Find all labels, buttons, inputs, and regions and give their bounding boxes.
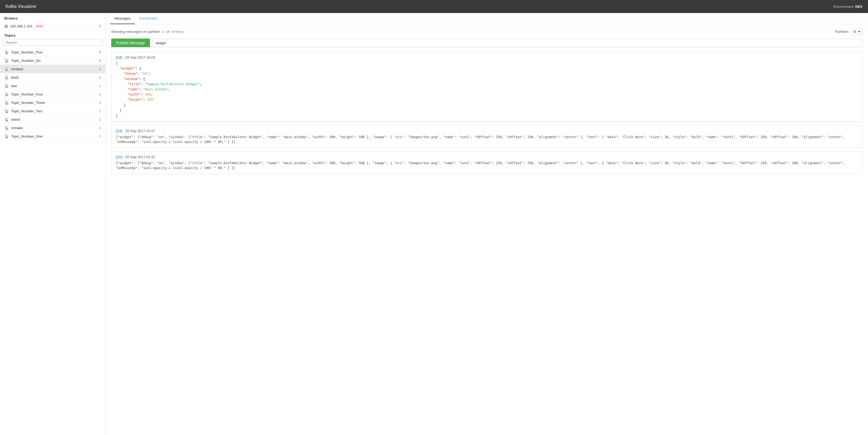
broker-row[interactable]: ⊞ 192.168.1.101 : 9092 0 [0, 22, 105, 31]
topic-count: 1 [99, 84, 101, 88]
topic-row[interactable]: 📡 Topic_Number_Five 8 [0, 48, 105, 56]
message-id: [14] [116, 55, 122, 59]
message-date: - 29 Sep 2017 16:03 [123, 55, 155, 59]
topic-icon: 📡 [4, 67, 9, 71]
topic-count: 1 [99, 109, 101, 113]
topic-count: 1 [99, 117, 101, 122]
topic-count: 1 [99, 67, 101, 71]
message-header: [13] - 25 Sep 2017 02:47 [116, 128, 858, 133]
brokers-section-title: Brokers [0, 13, 105, 22]
topic-row[interactable]: 📡 test2 1 [0, 73, 105, 82]
env-label: Environment: DEV [834, 5, 863, 9]
topic-name: test [11, 84, 99, 88]
topic-row[interactable]: 📡 test 1 [0, 82, 105, 90]
topic-row[interactable]: 📡 Topic_Number_Three 4 [0, 98, 105, 107]
topic-name: Topic_Number_Three [11, 101, 99, 105]
topic-name: Topic_Number_Five [11, 50, 99, 54]
message-body: { "widget": { "debug": "on", "window": {… [116, 61, 858, 118]
content-body: Showing messages on partition 1 of reret… [106, 24, 868, 435]
message-id: [13] [116, 129, 122, 133]
topic-icon: 📡 [4, 117, 9, 122]
broker-port: 9092 [35, 24, 43, 28]
topics-section-title: Topics [0, 31, 105, 39]
topic-icon: 📡 [4, 50, 9, 54]
topic-row[interactable]: 📡 retest 1 [0, 115, 105, 124]
topic-icon: 📡 [4, 126, 9, 130]
partition-text: Showing messages on partition 1 of reret… [111, 30, 183, 34]
topic-name: remake [11, 126, 99, 130]
topics-list: 📡 Topic_Number_Five 8 📡 Topic_Number_Six… [0, 48, 105, 141]
partition-header: Showing messages on partition 1 of reret… [111, 28, 863, 35]
message-id: [12] [116, 155, 122, 159]
topic-name: retest [11, 117, 99, 122]
topic-name: Topic_Number_One [11, 134, 99, 138]
topic-name: Topic_Number_Four [11, 92, 99, 96]
message-date: - 25 Sep 2017 02:47 [123, 129, 155, 133]
message-item: [12] - 25 Sep 2017 02:42 {"widget": {"de… [111, 151, 863, 174]
message-header: [12] - 25 Sep 2017 02:42 [116, 155, 858, 159]
topic-name: test2 [11, 76, 99, 80]
env-value: DEV [855, 5, 863, 9]
topic-count: 1 [99, 134, 101, 138]
message-date: - 25 Sep 2017 02:42 [123, 155, 155, 159]
topic-count: 2 [99, 92, 101, 96]
message-preview: {"widget": {"debug": "on", "window": {"t… [116, 161, 858, 170]
broker-port-colon: : [33, 24, 35, 28]
topic-icon: 📡 [4, 84, 9, 88]
topic-count: 8 [99, 59, 101, 63]
main-layout: Brokers ⊞ 192.168.1.101 : 9092 0 Topics … [0, 13, 868, 435]
topic-name: Topic_Number_Two [11, 109, 99, 113]
app-header: Kafka Visualizer Environment: DEV [0, 0, 868, 13]
partition-selector: Partition: 0 [835, 28, 863, 35]
topic-row[interactable]: 📡 Topic_Number_One 1 [0, 132, 105, 141]
topic-icon: 📡 [4, 75, 9, 80]
broker-count: 0 [99, 24, 101, 28]
sidebar: Brokers ⊞ 192.168.1.101 : 9092 0 Topics … [0, 13, 106, 435]
broker-address: 192.168.1.101 : 9092 [10, 24, 99, 28]
partition-number: 1 [162, 30, 164, 34]
tab-messages[interactable]: Messages [110, 13, 135, 24]
message-list: [14] - 29 Sep 2017 16:03 { "widget": { "… [111, 52, 863, 177]
publish-button[interactable]: Publish Message [111, 38, 150, 47]
message-header: [14] - 29 Sep 2017 16:03 [116, 55, 858, 59]
topic-count: 4 [99, 101, 101, 105]
content-panel: Messages Consumers Showing messages on p… [106, 13, 868, 435]
topic-row[interactable]: 📡 Topic_Number_Four 2 [0, 90, 105, 98]
search-input[interactable] [3, 39, 103, 46]
topic-name: Topic_Number_Six [11, 59, 99, 63]
topic-name-link[interactable]: reretest [172, 30, 183, 34]
topic-row[interactable]: 📡 reretest 1 [0, 65, 105, 73]
topic-count: 1 [99, 76, 101, 80]
broker-icon: ⊞ [4, 24, 8, 29]
topic-count: 8 [99, 50, 101, 54]
tab-consumers[interactable]: Consumers [135, 13, 161, 24]
publish-input[interactable] [153, 39, 863, 47]
topic-icon: 📡 [4, 58, 9, 63]
tabs-bar: Messages Consumers [106, 13, 868, 24]
topic-icon: 📡 [4, 109, 9, 113]
topic-name: reretest [11, 67, 99, 71]
topic-row[interactable]: 📡 Topic_Number_Six 8 [0, 56, 105, 65]
topic-count: 1 [99, 126, 101, 130]
message-item: [14] - 29 Sep 2017 16:03 { "widget": { "… [111, 52, 863, 122]
message-item: [13] - 25 Sep 2017 02:47 {"widget": {"de… [111, 125, 863, 148]
topic-icon: 📡 [4, 92, 9, 96]
topic-icon: 📡 [4, 134, 9, 138]
publish-row: Publish Message [111, 38, 863, 47]
topic-row[interactable]: 📡 remake 1 [0, 124, 105, 132]
partition-select[interactable]: 0 [851, 28, 863, 35]
app-title: Kafka Visualizer [5, 4, 36, 9]
topic-row[interactable]: 📡 Topic_Number_Two 1 [0, 107, 105, 115]
message-preview: {"widget": {"debug": "on", "window": {"t… [116, 135, 858, 144]
topic-icon: 📡 [4, 100, 9, 105]
